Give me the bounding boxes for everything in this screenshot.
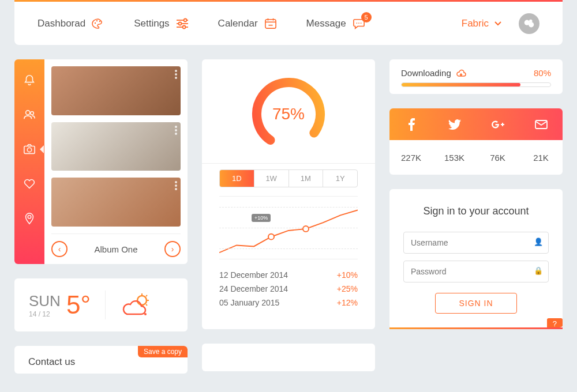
mail-icon[interactable] xyxy=(519,108,563,140)
download-label: Downloading xyxy=(401,68,451,78)
album-footer: ‹ Album One › xyxy=(51,233,181,264)
nav-message[interactable]: Message 5 xyxy=(306,18,366,29)
mail-count: 21K xyxy=(519,140,563,175)
sliders-icon xyxy=(175,18,189,29)
svg-point-20 xyxy=(26,111,30,115)
weather-cloud-sun-icon xyxy=(120,292,152,318)
avatar-icon xyxy=(523,17,535,30)
weather-date: 14 / 12 xyxy=(29,310,61,318)
avatar[interactable] xyxy=(519,13,539,34)
chevron-down-icon xyxy=(494,21,501,26)
contact-title: Contact us xyxy=(28,356,174,368)
download-percent: 80% xyxy=(534,68,551,78)
user-icon: 👤 xyxy=(534,238,543,246)
svg-point-23 xyxy=(27,148,31,152)
nav-calendar[interactable]: Calendar xyxy=(218,18,278,29)
album-body: ‹ Album One › xyxy=(44,59,188,264)
svg-point-21 xyxy=(31,112,34,115)
bell-icon[interactable] xyxy=(23,74,36,86)
google-plus-icon[interactable] xyxy=(476,108,519,140)
svg-point-25 xyxy=(137,296,147,305)
line-chart: +10% xyxy=(219,196,358,259)
svg-line-29 xyxy=(146,304,147,306)
svg-rect-9 xyxy=(265,19,276,28)
tab-1m[interactable]: 1M xyxy=(289,170,324,187)
lock-icon: 🔒 xyxy=(534,266,543,275)
nav-dashboard-label: Dashborad xyxy=(38,18,85,29)
nav-calendar-label: Calendar xyxy=(218,18,258,29)
weather-day: SUN xyxy=(29,292,61,310)
nav-brand[interactable]: Fabric xyxy=(462,18,501,29)
album-image-3[interactable] xyxy=(51,178,181,227)
svg-point-6 xyxy=(183,18,186,21)
svg-line-28 xyxy=(146,295,147,296)
svg-point-7 xyxy=(178,22,181,25)
svg-point-0 xyxy=(95,22,96,23)
nav-settings-label: Settings xyxy=(134,18,169,29)
timeframe-tabs: 1D 1W 1M 1Y xyxy=(219,169,358,187)
tab-1w[interactable]: 1W xyxy=(254,170,289,187)
message-badge: 5 xyxy=(361,12,372,22)
download-card: Downloading 80% xyxy=(389,59,563,94)
top-nav: Dashborad Settings Calendar Message 5 Fa… xyxy=(14,0,563,45)
palette-icon xyxy=(91,18,105,29)
svg-point-15 xyxy=(358,22,359,24)
history-row: 24 December 2014+25% xyxy=(219,282,358,296)
svg-point-1 xyxy=(96,20,98,21)
album-title: Album One xyxy=(94,244,137,254)
facebook-icon[interactable] xyxy=(389,108,433,140)
tab-1y[interactable]: 1Y xyxy=(323,170,357,187)
signin-button[interactable]: SIGN IN xyxy=(435,293,516,314)
tab-1d[interactable]: 1D xyxy=(220,170,254,187)
download-progress xyxy=(401,82,551,87)
social-card: 227K 153K 76K 21K xyxy=(389,108,563,175)
svg-point-24 xyxy=(28,216,31,219)
svg-point-18 xyxy=(529,22,534,27)
username-input[interactable] xyxy=(403,232,549,254)
cloud-download-icon xyxy=(456,69,466,77)
album-next-button[interactable]: › xyxy=(164,241,181,257)
camera-icon[interactable] xyxy=(23,143,36,156)
brand-label: Fabric xyxy=(462,18,489,29)
history-row: 12 December 2014+10% xyxy=(219,268,358,282)
album-sidebar xyxy=(14,59,44,264)
svg-point-2 xyxy=(99,20,100,21)
progress-percent: 75% xyxy=(248,74,329,154)
twitter-count: 153K xyxy=(433,140,476,175)
svg-point-14 xyxy=(356,22,357,24)
google-count: 76K xyxy=(476,140,519,175)
bottom-card xyxy=(202,344,375,371)
twitter-icon[interactable] xyxy=(433,108,476,140)
weather-temp: 5° xyxy=(66,292,91,318)
contact-card: Save a copy Contact us xyxy=(14,346,188,374)
album-image-1[interactable] xyxy=(51,66,181,115)
calendar-icon xyxy=(264,18,278,29)
save-copy-badge[interactable]: Save a copy xyxy=(138,346,188,357)
nav-message-label: Message xyxy=(306,18,346,29)
nav-dashboard[interactable]: Dashborad xyxy=(38,18,105,29)
album-card: ‹ Album One › xyxy=(14,59,188,264)
nav-settings[interactable]: Settings xyxy=(134,18,189,29)
weather-card: SUN 14 / 12 5° xyxy=(14,278,188,331)
album-prev-button[interactable]: ‹ xyxy=(51,241,68,257)
history-list: 12 December 2014+10% 24 December 2014+25… xyxy=(202,268,375,321)
album-image-2[interactable] xyxy=(51,122,181,171)
help-badge[interactable]: ? xyxy=(547,318,563,329)
location-icon[interactable] xyxy=(23,212,36,225)
heart-icon[interactable] xyxy=(23,178,36,190)
signin-title: Sign in to your account xyxy=(403,205,549,217)
progress-ring: 75% xyxy=(248,74,329,154)
signin-card: Sign in to your account 👤 🔒 SIGN IN ? xyxy=(389,189,563,329)
users-icon[interactable] xyxy=(23,108,36,121)
svg-point-8 xyxy=(182,25,185,28)
svg-point-16 xyxy=(360,22,361,24)
facebook-count: 227K xyxy=(389,140,433,175)
svg-point-19 xyxy=(529,19,533,22)
svg-point-30 xyxy=(144,313,147,315)
chart-annotation: +10% xyxy=(252,214,271,222)
progress-card: 75% 1D 1W 1M 1Y +10% 12 December 2014+10… xyxy=(202,59,375,329)
history-row: 05 January 2015+12% xyxy=(219,296,358,310)
password-input[interactable] xyxy=(403,261,549,282)
